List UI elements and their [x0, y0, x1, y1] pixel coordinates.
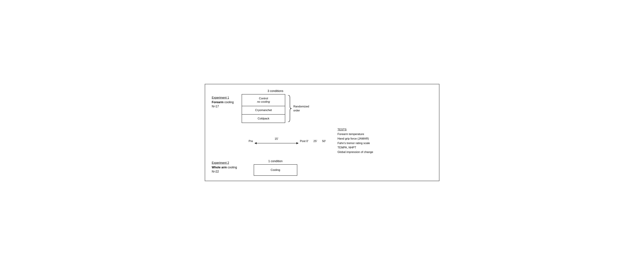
experiment1-bold: Forearm — [212, 100, 224, 104]
experiment2-bold: Whole arm — [212, 166, 227, 169]
conditions-label: 3 conditions — [268, 89, 283, 93]
conditions-and-brace: Control no cooling Cryomanchet Coldpack … — [242, 94, 309, 123]
conditions-box: Control no cooling Cryomanchet Coldpack — [242, 94, 285, 123]
test-item-4: TEMPA, NHPT — [338, 146, 373, 150]
condition2-label: 1 condition — [268, 160, 282, 163]
condition-cryo: Cryomanchet — [242, 106, 285, 114]
randomized-label: Randomizedorder — [293, 104, 309, 112]
experiment2-label: Experiment 2 Whole arm cooling N=22 — [212, 160, 249, 173]
experiment1-rest: cooling — [224, 100, 234, 104]
timeline-point2: 50′ — [322, 140, 326, 143]
experiment2-title: Experiment 2 — [212, 161, 249, 165]
condition2-cooling: Cooling — [254, 165, 297, 176]
bottom-area: Experiment 2 Whole arm cooling N=22 1 co… — [212, 160, 432, 176]
condition2-block: 1 condition Cooling — [249, 160, 302, 176]
timeline-arrow-icon — [255, 141, 298, 145]
randomized-text: Randomizedorder — [293, 105, 309, 112]
timeline-point1: 25′ — [313, 140, 317, 143]
condition2-box: Cooling — [254, 164, 297, 176]
brace-and-label: Randomizedorder — [286, 95, 309, 122]
timeline-duration: 15′ — [275, 137, 278, 140]
condition-control-sub: no cooling — [245, 100, 282, 104]
test-item-2: Hand grip force (JAMAR) — [338, 136, 373, 141]
test-item-5: Global impression of change — [338, 150, 373, 154]
timeline-pre: Pre — [249, 140, 253, 143]
experiment2-n: N=22 — [212, 170, 249, 173]
tests-list: Forearm temperature Hand grip force (JAM… — [338, 132, 373, 154]
timeline-post0: Post 0′ — [300, 140, 308, 143]
tests-section: TESTS Forearm temperature Hand grip forc… — [338, 128, 373, 154]
conditions-block: 3 conditions Control no cooling Cryomanc… — [249, 89, 302, 123]
timeline-arrow-container: 15′ — [255, 137, 298, 145]
test-item-3: Fahn's tremor rating scale — [338, 141, 373, 146]
condition-control: Control no cooling — [242, 94, 285, 106]
main-container: Experiment 1 Forearm cooling N=17 3 cond… — [205, 84, 440, 181]
condition-control-text: Control — [245, 97, 282, 100]
brace-icon — [286, 95, 292, 122]
tests-title: TESTS — [338, 128, 373, 131]
whole-layout: Experiment 1 Forearm cooling N=17 3 cond… — [212, 89, 432, 176]
experiment2-rest: cooling — [227, 166, 237, 169]
condition-cold: Coldpack — [242, 114, 285, 122]
middle-timeline: Pre 15′ Post 0′ — [212, 128, 432, 154]
test-item-1: Forearm temperature — [338, 132, 373, 136]
experiment2-subtitle: Whole arm cooling — [212, 166, 249, 169]
top-area: Experiment 1 Forearm cooling N=17 3 cond… — [212, 89, 432, 123]
